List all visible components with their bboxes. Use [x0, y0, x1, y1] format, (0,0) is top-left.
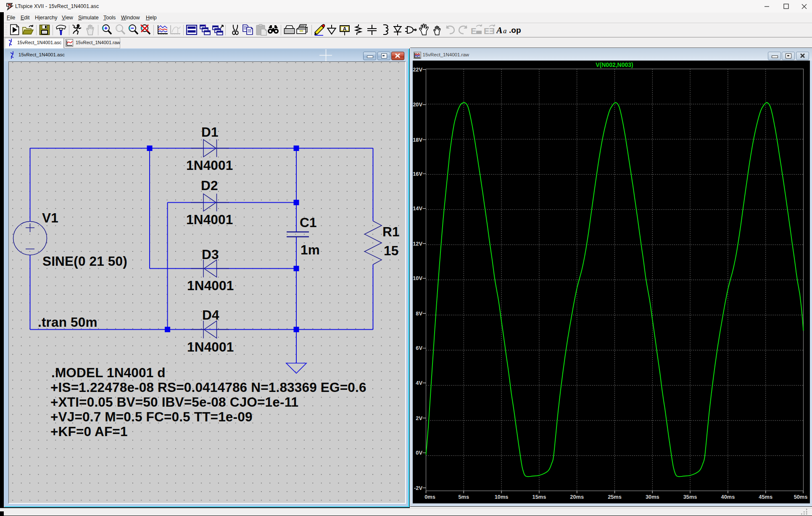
- svg-text:22V: 22V: [413, 66, 422, 72]
- svg-text:D4: D4: [202, 307, 219, 323]
- svg-text:V1: V1: [42, 210, 58, 225]
- svg-text:E: E: [471, 26, 476, 36]
- svg-text:1N4001: 1N4001: [186, 212, 233, 227]
- svg-text:+VJ=0.7 M=0.5 FC=0.5 TT=1e-09: +VJ=0.7 M=0.5 FC=0.5 TT=1e-09: [50, 409, 253, 424]
- svg-text:40ms: 40ms: [721, 493, 735, 500]
- svg-text:+XTI=0.05 BV=50 IBV=5e-08 CJO=: +XTI=0.05 BV=50 IBV=5e-08 CJO=1e-11: [50, 394, 298, 410]
- svg-text:50ms: 50ms: [794, 493, 808, 500]
- svg-text:35ms: 35ms: [683, 493, 697, 500]
- svg-text:16V: 16V: [413, 170, 422, 177]
- svg-text:4V: 4V: [416, 380, 422, 386]
- svg-text:45ms: 45ms: [759, 493, 772, 500]
- svg-text:1N4001: 1N4001: [186, 158, 233, 173]
- svg-text:R1: R1: [382, 224, 400, 239]
- svg-text:1N4001: 1N4001: [187, 278, 234, 293]
- svg-text:1m: 1m: [301, 242, 320, 257]
- svg-text:E: E: [489, 26, 495, 36]
- svg-text:10ms: 10ms: [495, 493, 509, 500]
- svg-text:A: A: [343, 26, 347, 32]
- svg-text:0ms: 0ms: [424, 493, 435, 500]
- svg-text:+IS=1.22478e-08 RS=0.0414786 N: +IS=1.22478e-08 RS=0.0414786 N=1.83369 E…: [50, 380, 366, 395]
- svg-text:.MODEL 1N4001 d: .MODEL 1N4001 d: [51, 365, 166, 380]
- svg-text:E: E: [484, 26, 489, 36]
- svg-text:14V: 14V: [413, 205, 422, 212]
- svg-text:SINE(0 21 50): SINE(0 21 50): [42, 254, 127, 269]
- svg-text:10V: 10V: [413, 275, 422, 281]
- svg-text:30ms: 30ms: [646, 493, 659, 500]
- svg-text:.op: .op: [509, 26, 521, 34]
- svg-text:C1: C1: [300, 215, 317, 230]
- svg-text:25ms: 25ms: [608, 493, 622, 500]
- svg-text:15ms: 15ms: [533, 493, 546, 500]
- svg-text:12V: 12V: [413, 240, 422, 246]
- svg-text:8V: 8V: [416, 310, 422, 316]
- svg-text:D2: D2: [201, 178, 218, 193]
- svg-text:2V: 2V: [416, 415, 422, 421]
- svg-text:-2V: -2V: [414, 484, 422, 491]
- svg-text:5ms: 5ms: [458, 493, 469, 500]
- svg-text:A: A: [496, 25, 503, 35]
- svg-text:0V: 0V: [416, 450, 422, 456]
- svg-text:D1: D1: [201, 124, 219, 140]
- svg-text:1N4001: 1N4001: [187, 339, 234, 355]
- svg-text:V(N002,N003): V(N002,N003): [596, 61, 633, 68]
- svg-text:18V: 18V: [413, 136, 422, 143]
- svg-text:20ms: 20ms: [570, 493, 584, 500]
- svg-text:15: 15: [384, 243, 398, 258]
- svg-text:6V: 6V: [416, 345, 422, 351]
- svg-text:20V: 20V: [413, 101, 422, 108]
- svg-text:a: a: [503, 27, 507, 35]
- svg-text:+KF=0 AF=1: +KF=0 AF=1: [50, 424, 128, 439]
- svg-text:.tran 50m: .tran 50m: [38, 315, 98, 330]
- svg-text:D3: D3: [202, 247, 219, 262]
